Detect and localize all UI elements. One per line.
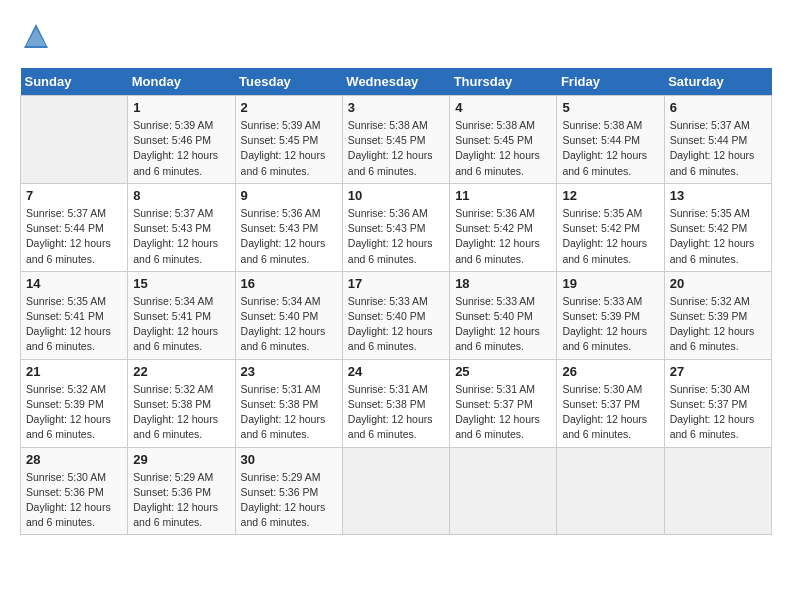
cell-info: Sunrise: 5:35 AM Sunset: 5:41 PM Dayligh…: [26, 294, 122, 355]
column-header-saturday: Saturday: [664, 68, 771, 96]
sunrise-text: Sunrise: 5:35 AM: [562, 207, 642, 219]
sunset-text: Sunset: 5:39 PM: [562, 310, 640, 322]
cell-info: Sunrise: 5:33 AM Sunset: 5:40 PM Dayligh…: [348, 294, 444, 355]
sunset-text: Sunset: 5:39 PM: [26, 398, 104, 410]
calendar-cell: [664, 447, 771, 535]
sunrise-text: Sunrise: 5:38 AM: [455, 119, 535, 131]
svg-marker-1: [26, 28, 46, 46]
cell-info: Sunrise: 5:39 AM Sunset: 5:45 PM Dayligh…: [241, 118, 337, 179]
calendar-week-row: 14 Sunrise: 5:35 AM Sunset: 5:41 PM Dayl…: [21, 271, 772, 359]
calendar-cell: 7 Sunrise: 5:37 AM Sunset: 5:44 PM Dayli…: [21, 183, 128, 271]
sunrise-text: Sunrise: 5:31 AM: [348, 383, 428, 395]
sunset-text: Sunset: 5:40 PM: [348, 310, 426, 322]
daylight-text: Daylight: 12 hours and 6 minutes.: [670, 325, 755, 352]
cell-info: Sunrise: 5:35 AM Sunset: 5:42 PM Dayligh…: [670, 206, 766, 267]
sunrise-text: Sunrise: 5:37 AM: [133, 207, 213, 219]
sunset-text: Sunset: 5:43 PM: [133, 222, 211, 234]
calendar-cell: 14 Sunrise: 5:35 AM Sunset: 5:41 PM Dayl…: [21, 271, 128, 359]
day-number: 8: [133, 188, 229, 203]
sunrise-text: Sunrise: 5:32 AM: [133, 383, 213, 395]
day-number: 16: [241, 276, 337, 291]
sunrise-text: Sunrise: 5:37 AM: [26, 207, 106, 219]
calendar-cell: 22 Sunrise: 5:32 AM Sunset: 5:38 PM Dayl…: [128, 359, 235, 447]
sunset-text: Sunset: 5:36 PM: [241, 486, 319, 498]
daylight-text: Daylight: 12 hours and 6 minutes.: [26, 413, 111, 440]
sunset-text: Sunset: 5:41 PM: [133, 310, 211, 322]
sunrise-text: Sunrise: 5:29 AM: [133, 471, 213, 483]
calendar-header-row: SundayMondayTuesdayWednesdayThursdayFrid…: [21, 68, 772, 96]
calendar-cell: 3 Sunrise: 5:38 AM Sunset: 5:45 PM Dayli…: [342, 96, 449, 184]
calendar-cell: 23 Sunrise: 5:31 AM Sunset: 5:38 PM Dayl…: [235, 359, 342, 447]
daylight-text: Daylight: 12 hours and 6 minutes.: [133, 149, 218, 176]
sunrise-text: Sunrise: 5:31 AM: [241, 383, 321, 395]
cell-info: Sunrise: 5:33 AM Sunset: 5:39 PM Dayligh…: [562, 294, 658, 355]
cell-info: Sunrise: 5:38 AM Sunset: 5:45 PM Dayligh…: [455, 118, 551, 179]
calendar-week-row: 7 Sunrise: 5:37 AM Sunset: 5:44 PM Dayli…: [21, 183, 772, 271]
calendar-cell: 25 Sunrise: 5:31 AM Sunset: 5:37 PM Dayl…: [450, 359, 557, 447]
sunset-text: Sunset: 5:38 PM: [241, 398, 319, 410]
column-header-sunday: Sunday: [21, 68, 128, 96]
calendar-cell: 2 Sunrise: 5:39 AM Sunset: 5:45 PM Dayli…: [235, 96, 342, 184]
calendar-cell: 8 Sunrise: 5:37 AM Sunset: 5:43 PM Dayli…: [128, 183, 235, 271]
logo: [20, 20, 56, 52]
sunrise-text: Sunrise: 5:34 AM: [241, 295, 321, 307]
calendar-cell: 10 Sunrise: 5:36 AM Sunset: 5:43 PM Dayl…: [342, 183, 449, 271]
cell-info: Sunrise: 5:34 AM Sunset: 5:40 PM Dayligh…: [241, 294, 337, 355]
sunset-text: Sunset: 5:37 PM: [455, 398, 533, 410]
calendar-cell: 16 Sunrise: 5:34 AM Sunset: 5:40 PM Dayl…: [235, 271, 342, 359]
daylight-text: Daylight: 12 hours and 6 minutes.: [562, 413, 647, 440]
column-header-friday: Friday: [557, 68, 664, 96]
sunset-text: Sunset: 5:45 PM: [348, 134, 426, 146]
sunset-text: Sunset: 5:40 PM: [455, 310, 533, 322]
day-number: 7: [26, 188, 122, 203]
calendar-cell: 11 Sunrise: 5:36 AM Sunset: 5:42 PM Dayl…: [450, 183, 557, 271]
daylight-text: Daylight: 12 hours and 6 minutes.: [455, 325, 540, 352]
calendar-cell: [342, 447, 449, 535]
cell-info: Sunrise: 5:32 AM Sunset: 5:39 PM Dayligh…: [670, 294, 766, 355]
cell-info: Sunrise: 5:38 AM Sunset: 5:44 PM Dayligh…: [562, 118, 658, 179]
daylight-text: Daylight: 12 hours and 6 minutes.: [455, 149, 540, 176]
daylight-text: Daylight: 12 hours and 6 minutes.: [133, 501, 218, 528]
column-header-wednesday: Wednesday: [342, 68, 449, 96]
calendar-cell: [21, 96, 128, 184]
day-number: 17: [348, 276, 444, 291]
calendar-week-row: 28 Sunrise: 5:30 AM Sunset: 5:36 PM Dayl…: [21, 447, 772, 535]
day-number: 21: [26, 364, 122, 379]
calendar-cell: 9 Sunrise: 5:36 AM Sunset: 5:43 PM Dayli…: [235, 183, 342, 271]
cell-info: Sunrise: 5:38 AM Sunset: 5:45 PM Dayligh…: [348, 118, 444, 179]
day-number: 18: [455, 276, 551, 291]
page-header: [20, 20, 772, 52]
calendar-cell: 1 Sunrise: 5:39 AM Sunset: 5:46 PM Dayli…: [128, 96, 235, 184]
daylight-text: Daylight: 12 hours and 6 minutes.: [455, 237, 540, 264]
sunset-text: Sunset: 5:42 PM: [455, 222, 533, 234]
sunrise-text: Sunrise: 5:35 AM: [26, 295, 106, 307]
day-number: 11: [455, 188, 551, 203]
calendar-week-row: 1 Sunrise: 5:39 AM Sunset: 5:46 PM Dayli…: [21, 96, 772, 184]
cell-info: Sunrise: 5:31 AM Sunset: 5:37 PM Dayligh…: [455, 382, 551, 443]
day-number: 27: [670, 364, 766, 379]
day-number: 6: [670, 100, 766, 115]
daylight-text: Daylight: 12 hours and 6 minutes.: [133, 413, 218, 440]
day-number: 14: [26, 276, 122, 291]
sunset-text: Sunset: 5:43 PM: [348, 222, 426, 234]
sunrise-text: Sunrise: 5:33 AM: [562, 295, 642, 307]
sunrise-text: Sunrise: 5:39 AM: [241, 119, 321, 131]
sunrise-text: Sunrise: 5:31 AM: [455, 383, 535, 395]
sunset-text: Sunset: 5:42 PM: [562, 222, 640, 234]
day-number: 2: [241, 100, 337, 115]
cell-info: Sunrise: 5:36 AM Sunset: 5:42 PM Dayligh…: [455, 206, 551, 267]
daylight-text: Daylight: 12 hours and 6 minutes.: [562, 325, 647, 352]
calendar-cell: 17 Sunrise: 5:33 AM Sunset: 5:40 PM Dayl…: [342, 271, 449, 359]
day-number: 23: [241, 364, 337, 379]
cell-info: Sunrise: 5:37 AM Sunset: 5:43 PM Dayligh…: [133, 206, 229, 267]
day-number: 9: [241, 188, 337, 203]
sunset-text: Sunset: 5:38 PM: [133, 398, 211, 410]
cell-info: Sunrise: 5:29 AM Sunset: 5:36 PM Dayligh…: [133, 470, 229, 531]
calendar-cell: 18 Sunrise: 5:33 AM Sunset: 5:40 PM Dayl…: [450, 271, 557, 359]
daylight-text: Daylight: 12 hours and 6 minutes.: [133, 325, 218, 352]
sunrise-text: Sunrise: 5:33 AM: [455, 295, 535, 307]
day-number: 26: [562, 364, 658, 379]
sunrise-text: Sunrise: 5:36 AM: [455, 207, 535, 219]
daylight-text: Daylight: 12 hours and 6 minutes.: [348, 413, 433, 440]
calendar-cell: 26 Sunrise: 5:30 AM Sunset: 5:37 PM Dayl…: [557, 359, 664, 447]
